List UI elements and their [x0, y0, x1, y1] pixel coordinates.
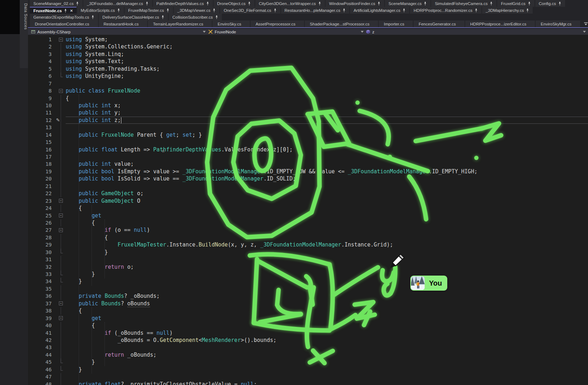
code-line-24[interactable]: 24 {: [28, 205, 588, 212]
pin-icon[interactable]: [528, 1, 531, 6]
tab-overflow-button[interactable]: [581, 20, 588, 27]
tab-fruxelgrid-cs[interactable]: FruxelGrid.cs: [497, 0, 534, 7]
pin-icon[interactable]: [76, 1, 79, 6]
pin-icon[interactable]: [318, 1, 321, 6]
code-line-9[interactable]: 9{: [28, 95, 588, 102]
tab-deliverysurfaceclasshelper-cs[interactable]: DeliverySurfaceClassHelper.cs: [99, 14, 168, 20]
code-line-6[interactable]: 6using UnityEngine;: [28, 72, 588, 80]
code-line-37[interactable]: 37 public Bounds? oBounds: [28, 300, 588, 307]
code-line-20[interactable]: 20 public bool IsSolid => value == _3DFo…: [28, 175, 588, 182]
tab-artificiallightsmanager-cs[interactable]: ArtificialLightsManager.cs: [350, 7, 409, 14]
tab-pathfinderdepthvalues-cs[interactable]: PathfinderDepthValues.cs: [153, 0, 213, 7]
tab-myeditorscripts-cs[interactable]: MyEditorScripts.cs: [77, 7, 124, 14]
code-line-47[interactable]: 47: [28, 373, 588, 380]
code-line-4[interactable]: 4using System.Text;: [28, 58, 588, 65]
pin-icon[interactable]: [558, 1, 561, 6]
tab-fencesgenerator-cs[interactable]: FencesGenerator.cs: [414, 20, 465, 27]
code-line-16[interactable]: 16 public float Length => PathfinderDept…: [28, 146, 588, 153]
fold-collapse-box[interactable]: [57, 315, 66, 322]
type-dropdown[interactable]: FruxelNode: [208, 29, 236, 35]
code-line-15[interactable]: 15: [28, 138, 588, 146]
code-line-35[interactable]: 35: [28, 285, 588, 292]
tab-fruxelmaptester-cs[interactable]: FruxelMapTester.cs: [125, 7, 173, 14]
code-line-42[interactable]: 42 _oBounds = O.GetComponent<MeshRendere…: [28, 337, 588, 344]
code-line-5[interactable]: 5using System.Threading.Tasks;: [28, 65, 588, 72]
code-line-32[interactable]: 32 return o;: [28, 263, 588, 271]
code-line-17[interactable]: 17: [28, 153, 588, 160]
pin-icon[interactable]: [342, 8, 346, 13]
fold-collapse-box[interactable]: [57, 87, 66, 94]
code-line-36[interactable]: 36 private Bounds? _oBounds;: [28, 292, 588, 300]
code-line-26[interactable]: 26 {: [28, 219, 588, 226]
pin-icon[interactable]: [213, 8, 216, 13]
tab-shaderpackage-stprocessor-cs[interactable]: ShaderPackage...stProcessor.cs: [305, 20, 378, 27]
tab-scenemanager-cs[interactable]: SceneManager.cs: [385, 0, 430, 7]
tab-restauranthook-cs[interactable]: RestaurantHook.cs: [99, 20, 148, 27]
code-line-13[interactable]: 13: [28, 124, 588, 131]
pin-icon[interactable]: [526, 8, 529, 13]
code-line-3[interactable]: 3using System.Linq;: [28, 51, 588, 58]
pin-icon[interactable]: [117, 8, 120, 13]
fold-collapse-box[interactable]: [57, 36, 66, 43]
code-line-29[interactable]: 29 FruxelMapTester.Instance.BuildNode(x,…: [28, 241, 588, 248]
tab-envirosky-cs[interactable]: EnviroSky.cs: [213, 20, 250, 27]
project-dropdown[interactable]: Assembly-CSharp: [31, 29, 71, 35]
code-line-19[interactable]: 19 public bool IsEmpty => value >= _3DFo…: [28, 168, 588, 175]
pin-icon[interactable]: [64, 9, 67, 13]
tab-terrainlayerrandomizer-cs[interactable]: TerrainLayerRandomizer.cs: [148, 20, 212, 27]
code-line-44[interactable]: 44 return _oBounds;: [28, 351, 588, 358]
tab-droneorientationcontroller-cs[interactable]: DroneOrientationController.cs: [30, 20, 98, 27]
pin-icon[interactable]: [402, 8, 406, 13]
pin-icon[interactable]: [145, 1, 149, 6]
code-line-46[interactable]: 46 }: [28, 366, 588, 373]
tab-citygen3dgen-torwrapper-cs[interactable]: CityGen3DGen...torWrapper.cs: [255, 0, 325, 7]
project-dropdown-arrow[interactable]: [203, 29, 206, 35]
code-line-23[interactable]: 23 public GameObject O: [28, 197, 588, 205]
pin-icon[interactable]: [475, 8, 478, 13]
fold-collapse-box[interactable]: [57, 226, 66, 234]
code-line-18[interactable]: 18 public int value;: [28, 160, 588, 168]
code-line-40[interactable]: 40 {: [28, 322, 588, 329]
pin-icon[interactable]: [166, 8, 169, 13]
pin-icon[interactable]: [490, 1, 493, 6]
tab-scenemanager-02-cs[interactable]: SceneManager_02.cs: [30, 0, 83, 7]
code-line-14[interactable]: 14 public FruxelNode Parent { get; set; …: [28, 131, 588, 138]
close-icon[interactable]: ×: [70, 9, 73, 13]
tab-onesec3d-fileformat-cs[interactable]: OneSec3D_FileFormat.cs: [220, 7, 280, 14]
code-line-45[interactable]: 45 }: [28, 358, 588, 366]
pin-icon[interactable]: [248, 1, 251, 6]
code-line-10[interactable]: 10 public int x;: [28, 102, 588, 109]
tab-generator2exportmaptools-cs[interactable]: Generator2ExportMapTools.cs: [30, 14, 98, 20]
tab--3dmapviewer-cs[interactable]: _3DMapViewer.cs: [174, 7, 219, 14]
code-line-48[interactable]: 48 private float? _proximityToClosestObs…: [28, 381, 588, 385]
code-line-33[interactable]: 33 }: [28, 271, 588, 278]
code-line-41[interactable]: 41 if (_oBounds == null): [28, 329, 588, 337]
navbar-overflow-arrow[interactable]: [583, 29, 586, 35]
code-editor[interactable]: 1using System;2using System.Collections.…: [28, 35, 588, 385]
code-line-7[interactable]: 7: [28, 80, 588, 87]
code-line-28[interactable]: 28 {: [28, 234, 588, 241]
code-line-25[interactable]: 25 get: [28, 212, 588, 219]
code-line-8[interactable]: 8public class FruxelNode: [28, 87, 588, 94]
tab-droneobject-cs[interactable]: DroneObject.cs: [214, 0, 255, 7]
pin-icon[interactable]: [215, 15, 218, 19]
tab--3dfoundatio-delmanager-cs[interactable]: _3DFoundatio...delManager.cs: [83, 0, 152, 7]
member-dropdown[interactable]: z: [366, 29, 374, 35]
pin-icon[interactable]: [91, 15, 94, 19]
code-line-39[interactable]: 39 get: [28, 315, 588, 322]
tab-assetpreprocessor-cs[interactable]: AssetPreprocessor.cs: [251, 20, 304, 27]
code-line-31[interactable]: 31: [28, 256, 588, 263]
tab-hdrppostproc-randomizer-cs[interactable]: HDRPPostproc...Randomizer.cs: [410, 7, 481, 14]
pin-icon[interactable]: [377, 1, 381, 6]
code-line-43[interactable]: 43: [28, 344, 588, 351]
fold-collapse-box[interactable]: [57, 212, 66, 219]
tab-windowpositionfinder-cs[interactable]: WindowPositionFinder.cs: [326, 0, 384, 7]
code-line-21[interactable]: 21: [28, 183, 588, 190]
code-line-2[interactable]: 2using System.Collections.Generic;: [28, 43, 588, 50]
tab-simulatedfisheyecamera-cs[interactable]: SimulatedFisheyeCamera.cs: [431, 0, 496, 7]
tab-fruxelnode-cs[interactable]: FruxelNode.cs×: [30, 7, 76, 14]
code-line-11[interactable]: 11 public int y;: [28, 109, 588, 116]
sidebar-tab-data-sources[interactable]: Data Sources: [20, 0, 28, 68]
pin-icon[interactable]: [206, 1, 209, 6]
tab-importer-cs[interactable]: Importer.cs: [379, 20, 413, 27]
